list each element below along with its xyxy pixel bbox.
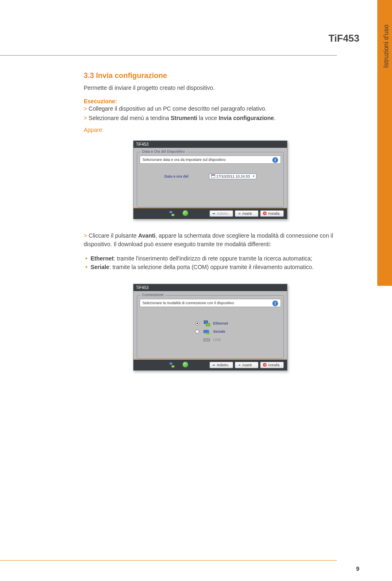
appare-label: Appare: — [84, 127, 337, 133]
date-label: Data e ora del — [164, 174, 188, 178]
usb-label: USB — [213, 338, 221, 342]
serial-icon — [203, 329, 210, 334]
product-code: TiF453 — [328, 33, 359, 44]
bullet-ser-text: : tramite la selezione della porta (COM)… — [109, 264, 314, 270]
bullet-eth-text: : tramite l'inserimento dell'indirizzo d… — [114, 255, 312, 262]
sidebar-label: Istruzioni d'uso — [383, 24, 390, 68]
step-2-c: . — [274, 115, 276, 121]
info-icon[interactable]: i — [272, 157, 278, 163]
step-1-text: Collegare il dispositivo ad un PC come d… — [89, 105, 267, 112]
back-button-2[interactable]: ⬅Indietro — [209, 362, 233, 368]
arrow-left-icon-2: ⬅ — [212, 363, 216, 367]
radio-seriale[interactable] — [195, 329, 199, 334]
step-2: > Selezionare dal menù a tendina Strumen… — [84, 114, 337, 122]
network-icon[interactable] — [169, 210, 175, 217]
bullet-seriale: • Seriale: tramite la selezione della po… — [85, 263, 337, 272]
usb-icon — [203, 337, 210, 343]
arrow-right-icon-2: ➔ — [238, 363, 241, 367]
bullet-eth-bold: Ethernet — [91, 255, 114, 262]
next-label: Avanti — [242, 211, 252, 216]
cancel-label-2: Annulla — [268, 363, 279, 367]
step-avanti-a: Cliccare il pulsante — [89, 232, 138, 239]
date-value: 17/10/2011 10.24.53 — [216, 174, 250, 178]
step-avanti-bold: Avanti — [138, 232, 155, 239]
close-icon-2: ✕ — [263, 363, 267, 367]
next-label-2: Avanti — [242, 363, 252, 367]
back-label-2: Indietro — [217, 363, 228, 367]
step-2-b: la voce — [197, 115, 218, 121]
network-icon-2[interactable] — [169, 362, 175, 368]
step-2-bold-2: Invia configurazione — [218, 115, 274, 121]
screenshot-date-dialog: TiF453 Data e Ora del Dispositivo Selezi… — [133, 140, 287, 219]
ethernet-icon — [203, 321, 210, 326]
group-label-2: Connessione — [140, 293, 165, 297]
info-row: Selezionare data e ora da impostare sul … — [140, 156, 281, 164]
step-2-a: Selezionare dal menù a tendina — [89, 115, 171, 121]
arrow-left-icon: ⬅ — [212, 211, 216, 216]
back-button[interactable]: ⬅Indietro — [209, 210, 233, 217]
next-button-2[interactable]: ➔Avanti — [235, 362, 258, 368]
section-title: 3.3 Invia configurazione — [84, 71, 337, 80]
close-icon: ✕ — [263, 211, 267, 215]
info-row-2: Selezionare la modalità di connessione c… — [140, 299, 281, 307]
seriale-label: Seriale — [213, 329, 225, 334]
cancel-button-2[interactable]: ✕Annulla — [260, 362, 284, 368]
chevron-down-icon[interactable]: ▾ — [253, 174, 254, 178]
window-title-2: TiF453 — [134, 284, 287, 291]
globe-icon[interactable] — [183, 210, 188, 216]
step-2-bold-1: Strumenti — [171, 115, 197, 121]
back-label: Indietro — [217, 211, 228, 216]
section-intro: Permette di inviare il progetto creato n… — [84, 84, 337, 92]
arrow-right-icon: ➔ — [238, 211, 241, 216]
footer-rule — [0, 560, 337, 561]
step-1: > Collegare il dispositivo ad un PC come… — [84, 105, 337, 113]
execution-label: Esecuzione: — [84, 98, 337, 105]
sidebar-tab: Istruzioni d'uso — [377, 0, 392, 286]
group-label: Data e Ora del Dispositivo — [140, 149, 187, 154]
info-text-2: Selezionare la modalità di connessione c… — [143, 301, 234, 305]
header-rule — [0, 54, 337, 56]
info-icon-2[interactable]: i — [272, 301, 278, 306]
ethernet-label: Ethernet — [213, 321, 228, 325]
radio-ethernet[interactable] — [195, 321, 199, 325]
option-seriale[interactable]: Seriale — [142, 327, 278, 336]
option-ethernet[interactable]: Ethernet — [142, 319, 278, 327]
calendar-icon — [211, 174, 215, 178]
step-avanti: > Cliccare il pulsante Avanti, appare la… — [84, 232, 337, 249]
page-number: 9 — [356, 565, 359, 572]
cancel-button[interactable]: ✕Annulla — [260, 210, 284, 217]
bullet-ser-bold: Seriale — [91, 264, 109, 270]
globe-icon-2[interactable] — [183, 362, 188, 367]
cancel-label: Annulla — [268, 211, 279, 216]
date-input[interactable]: 17/10/2011 10.24.53 ▾ — [209, 174, 256, 179]
option-usb: USB — [142, 336, 278, 344]
next-button[interactable]: ➔Avanti — [235, 210, 258, 217]
info-text: Selezionare data e ora da impostare sul … — [143, 158, 226, 162]
screenshot-connection-dialog: TiF453 Connessione Selezionare la modali… — [133, 284, 287, 371]
window-title: TiF453 — [134, 141, 287, 148]
bullet-ethernet: • Ethernet: tramite l'inserimento dell'i… — [85, 254, 337, 263]
